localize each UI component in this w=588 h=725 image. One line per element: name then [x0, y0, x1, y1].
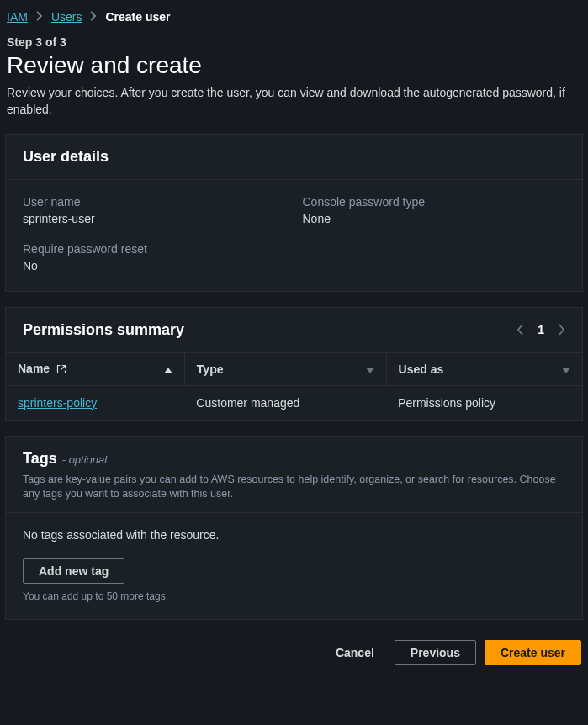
sort-none-icon: [366, 362, 374, 376]
breadcrumb-current: Create user: [105, 10, 170, 24]
external-link-icon: [56, 363, 66, 377]
pager-page: 1: [538, 323, 544, 336]
table-row: sprinters-policy Customer managed Permis…: [6, 385, 582, 420]
col-used-as[interactable]: Used as: [386, 352, 582, 385]
col-label: Type: [197, 362, 224, 376]
detail-label: User name: [23, 195, 286, 209]
previous-button[interactable]: Previous: [395, 640, 476, 665]
panel-header: Tags - optional Tags are key-value pairs…: [6, 437, 582, 512]
pager: 1: [516, 323, 565, 336]
tags-empty-text: No tags associated with the resource.: [23, 528, 565, 542]
detail-value: sprinters-user: [23, 212, 286, 225]
panel-header: User details: [6, 135, 582, 180]
user-details-panel: User details User name sprinters-user Co…: [5, 134, 583, 292]
page-title: Review and create: [5, 52, 583, 79]
detail-username: User name sprinters-user: [23, 195, 286, 225]
col-name[interactable]: Name: [6, 352, 184, 385]
chevron-right-icon: [90, 11, 97, 24]
detail-label: Require password reset: [23, 242, 286, 256]
permissions-heading: Permissions summary: [23, 321, 184, 339]
user-details-heading: User details: [23, 148, 565, 166]
permissions-table: Name Type: [6, 352, 582, 420]
cell-used-as: Permissions policy: [386, 385, 582, 420]
step-indicator: Step 3 of 3: [5, 35, 583, 49]
detail-require-reset: Require password reset No: [23, 242, 286, 273]
create-user-button[interactable]: Create user: [485, 640, 581, 665]
tags-heading: Tags: [23, 450, 57, 468]
breadcrumb-iam[interactable]: IAM: [7, 10, 28, 24]
detail-value: None: [303, 212, 566, 225]
breadcrumb-users[interactable]: Users: [51, 10, 82, 24]
sort-asc-icon: [164, 362, 172, 376]
detail-value: No: [23, 259, 286, 273]
pager-next-icon[interactable]: [558, 324, 565, 336]
tags-panel: Tags - optional Tags are key-value pairs…: [5, 436, 583, 620]
permissions-panel: Permissions summary 1 Name: [5, 307, 583, 421]
breadcrumb: IAM Users Create user: [5, 7, 583, 35]
cancel-button[interactable]: Cancel: [324, 640, 386, 665]
add-tag-button[interactable]: Add new tag: [23, 558, 124, 584]
panel-header: Permissions summary 1: [6, 308, 582, 352]
col-label: Used as: [399, 362, 444, 376]
policy-link[interactable]: sprinters-policy: [18, 396, 97, 410]
footer-actions: Cancel Previous Create user: [5, 635, 583, 665]
sort-none-icon: [562, 362, 570, 376]
detail-password-type: Console password type None: [303, 195, 566, 225]
page-description: Review your choices. After you create th…: [5, 84, 583, 119]
tags-hint: You can add up to 50 more tags.: [23, 590, 565, 602]
detail-label: Console password type: [303, 195, 566, 209]
cell-type: Customer managed: [184, 385, 386, 420]
tags-description: Tags are key-value pairs you can add to …: [23, 473, 565, 502]
chevron-right-icon: [36, 11, 43, 24]
col-type[interactable]: Type: [184, 352, 386, 385]
tags-optional: - optional: [62, 453, 107, 466]
col-label: Name: [18, 362, 50, 375]
pager-prev-icon[interactable]: [516, 324, 524, 336]
